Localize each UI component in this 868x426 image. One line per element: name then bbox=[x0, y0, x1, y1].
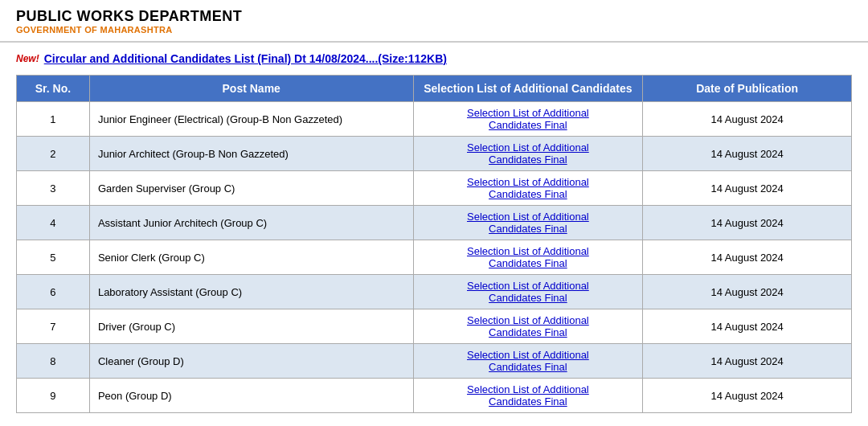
cell-date: 14 August 2024 bbox=[643, 137, 852, 171]
table-row: 7Driver (Group C)Selection List of Addit… bbox=[17, 309, 852, 344]
main-content: New! Circular and Additional Candidates … bbox=[0, 43, 868, 423]
department-name: PUBLIC WORKS DEPARTMENT bbox=[16, 8, 852, 25]
cell-post-name: Assistant Junior Architech (Group C) bbox=[89, 206, 413, 240]
cell-post-name: Driver (Group C) bbox=[89, 309, 413, 344]
cell-srno: 7 bbox=[17, 309, 90, 344]
announcement-link[interactable]: Circular and Additional Candidates List … bbox=[44, 52, 447, 65]
cell-selection-link[interactable]: Selection List of AdditionalCandidates F… bbox=[413, 137, 643, 171]
cell-post-name: Junior Architect (Group-B Non Gazzeted) bbox=[89, 137, 413, 171]
table-row: 2Junior Architect (Group-B Non Gazzeted)… bbox=[17, 137, 852, 171]
table-row: 5Senior Clerk (Group C)Selection List of… bbox=[17, 240, 852, 275]
selection-list-link[interactable]: Selection List of AdditionalCandidates F… bbox=[467, 107, 589, 131]
cell-date: 14 August 2024 bbox=[643, 240, 852, 275]
header-post-name: Post Name bbox=[89, 76, 413, 102]
selection-list-link[interactable]: Selection List of AdditionalCandidates F… bbox=[467, 176, 589, 200]
cell-date: 14 August 2024 bbox=[643, 102, 852, 137]
cell-date: 14 August 2024 bbox=[643, 171, 852, 206]
table-row: 6Laboratory Assistant (Group C)Selection… bbox=[17, 275, 852, 309]
cell-selection-link[interactable]: Selection List of AdditionalCandidates F… bbox=[413, 102, 643, 137]
table-row: 1Junior Engineer (Electrical) (Group-B N… bbox=[17, 102, 852, 137]
candidates-table: Sr. No. Post Name Selection List of Addi… bbox=[16, 75, 852, 413]
page-header: PUBLIC WORKS DEPARTMENT GOVERNMENT OF MA… bbox=[0, 0, 868, 43]
cell-date: 14 August 2024 bbox=[643, 344, 852, 379]
cell-date: 14 August 2024 bbox=[643, 206, 852, 240]
table-row: 8Cleaner (Group D)Selection List of Addi… bbox=[17, 344, 852, 379]
cell-date: 14 August 2024 bbox=[643, 309, 852, 344]
cell-post-name: Garden Superviser (Group C) bbox=[89, 171, 413, 206]
government-name: GOVERNMENT OF MAHARASHTRA bbox=[16, 25, 852, 35]
cell-post-name: Cleaner (Group D) bbox=[89, 344, 413, 379]
header-srno: Sr. No. bbox=[17, 76, 90, 102]
cell-selection-link[interactable]: Selection List of AdditionalCandidates F… bbox=[413, 379, 643, 413]
selection-list-link[interactable]: Selection List of AdditionalCandidates F… bbox=[467, 245, 589, 269]
cell-date: 14 August 2024 bbox=[643, 275, 852, 309]
header-date-of-publication: Date of Publication bbox=[643, 76, 852, 102]
header-selection-list: Selection List of Additional Candidates bbox=[413, 76, 643, 102]
cell-srno: 5 bbox=[17, 240, 90, 275]
cell-selection-link[interactable]: Selection List of AdditionalCandidates F… bbox=[413, 240, 643, 275]
selection-list-link[interactable]: Selection List of AdditionalCandidates F… bbox=[467, 211, 589, 235]
cell-srno: 8 bbox=[17, 344, 90, 379]
new-badge: New! bbox=[16, 53, 39, 64]
cell-srno: 1 bbox=[17, 102, 90, 137]
cell-srno: 6 bbox=[17, 275, 90, 309]
cell-post-name: Senior Clerk (Group C) bbox=[89, 240, 413, 275]
cell-post-name: Junior Engineer (Electrical) (Group-B No… bbox=[89, 102, 413, 137]
table-row: 4Assistant Junior Architech (Group C)Sel… bbox=[17, 206, 852, 240]
cell-selection-link[interactable]: Selection List of AdditionalCandidates F… bbox=[413, 171, 643, 206]
selection-list-link[interactable]: Selection List of AdditionalCandidates F… bbox=[467, 141, 589, 166]
table-header-row: Sr. No. Post Name Selection List of Addi… bbox=[17, 76, 852, 102]
selection-list-link[interactable]: Selection List of AdditionalCandidates F… bbox=[467, 349, 589, 373]
selection-list-link[interactable]: Selection List of AdditionalCandidates F… bbox=[467, 280, 589, 304]
announcement-row: New! Circular and Additional Candidates … bbox=[16, 52, 852, 65]
cell-srno: 9 bbox=[17, 379, 90, 413]
selection-list-link[interactable]: Selection List of AdditionalCandidates F… bbox=[467, 314, 589, 338]
cell-selection-link[interactable]: Selection List of AdditionalCandidates F… bbox=[413, 344, 643, 379]
cell-post-name: Laboratory Assistant (Group C) bbox=[89, 275, 413, 309]
table-row: 3Garden Superviser (Group C)Selection Li… bbox=[17, 171, 852, 206]
cell-srno: 4 bbox=[17, 206, 90, 240]
cell-selection-link[interactable]: Selection List of AdditionalCandidates F… bbox=[413, 309, 643, 344]
cell-post-name: Peon (Group D) bbox=[89, 379, 413, 413]
cell-srno: 3 bbox=[17, 171, 90, 206]
cell-selection-link[interactable]: Selection List of AdditionalCandidates F… bbox=[413, 275, 643, 309]
cell-date: 14 August 2024 bbox=[643, 379, 852, 413]
cell-srno: 2 bbox=[17, 137, 90, 171]
table-row: 9Peon (Group D)Selection List of Additio… bbox=[17, 379, 852, 413]
selection-list-link[interactable]: Selection List of AdditionalCandidates F… bbox=[467, 383, 589, 408]
cell-selection-link[interactable]: Selection List of AdditionalCandidates F… bbox=[413, 206, 643, 240]
